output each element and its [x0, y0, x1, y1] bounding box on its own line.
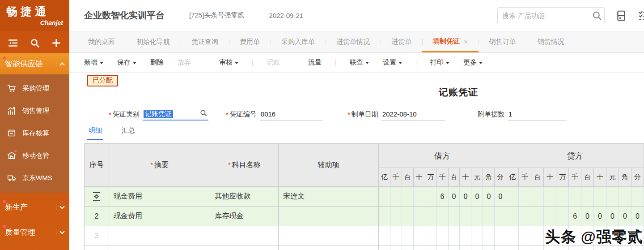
debit-digit-cell[interactable]: [448, 226, 460, 246]
summary-cell[interactable]: 现金费用: [109, 207, 210, 226]
credit-digit-cell[interactable]: [556, 207, 569, 226]
toolbar-button-8[interactable]: 联查: [350, 58, 369, 67]
table-row-1[interactable]: 现金费用其他应收款宋连文600000: [85, 187, 644, 207]
sidebar-search-icon[interactable]: [30, 38, 40, 48]
table-row-2[interactable]: 2现金费用库存现金600000: [85, 207, 644, 226]
credit-digit-cell[interactable]: [531, 246, 544, 250]
credit-digit-cell[interactable]: [631, 187, 644, 207]
debit-digit-cell[interactable]: [402, 187, 413, 207]
debit-digit-cell[interactable]: [460, 226, 471, 246]
chevron-down-icon[interactable]: [59, 229, 64, 234]
debit-digit-cell[interactable]: [425, 226, 436, 246]
credit-digit-cell[interactable]: 0: [594, 207, 606, 226]
debit-digit-cell[interactable]: [402, 226, 413, 246]
debit-digit-cell[interactable]: [390, 246, 402, 250]
sidebar-item-2[interactable]: 销售管理: [0, 99, 69, 122]
tab-5[interactable]: 采购入库单: [271, 31, 326, 52]
debit-digit-cell[interactable]: [495, 246, 506, 250]
toolbar-button-5[interactable]: 审核: [219, 58, 238, 67]
debit-digit-cell[interactable]: [402, 246, 413, 250]
credit-digit-cell[interactable]: [531, 187, 544, 207]
form-field-input[interactable]: 记账凭证: [143, 108, 208, 121]
tab-10[interactable]: 销货情况: [527, 31, 575, 52]
toolbar-button-3[interactable]: 删除: [150, 58, 164, 67]
form-field-input[interactable]: 0016: [260, 108, 322, 121]
search-icon[interactable]: [591, 10, 603, 22]
credit-digit-cell[interactable]: 0: [631, 207, 644, 226]
credit-digit-cell[interactable]: 0: [606, 207, 619, 226]
sidebar-item-5[interactable]: 京东WMS: [0, 167, 69, 189]
aux-cell[interactable]: 宋连文: [279, 187, 378, 207]
sidebar-group-1[interactable]: 智能供应链: [0, 53, 69, 74]
credit-digit-cell[interactable]: [531, 226, 544, 246]
credit-digit-cell[interactable]: [544, 187, 556, 207]
debit-digit-cell[interactable]: [483, 226, 495, 246]
tab-close-icon[interactable]: ×: [464, 38, 468, 45]
tab-8[interactable]: 填制凭证×: [422, 31, 479, 52]
collapse-menu-icon[interactable]: [8, 38, 18, 48]
tab-4[interactable]: 费用单: [229, 31, 271, 52]
debit-digit-cell[interactable]: [436, 246, 448, 250]
summary-cell[interactable]: 现金费用: [109, 187, 210, 207]
detail-tab-2[interactable]: 汇总: [120, 126, 136, 140]
summary-cell[interactable]: [109, 226, 210, 246]
sidebar-item-3[interactable]: 库存核算: [0, 122, 69, 144]
debit-digit-cell[interactable]: [495, 226, 506, 246]
debit-digit-cell[interactable]: [390, 207, 402, 226]
credit-digit-cell[interactable]: [506, 187, 519, 207]
credit-digit-cell[interactable]: [594, 187, 606, 207]
debit-digit-cell[interactable]: [471, 207, 483, 226]
detail-tab-1[interactable]: 明细: [87, 126, 103, 140]
debit-digit-cell[interactable]: [390, 187, 402, 207]
credit-digit-cell[interactable]: [506, 246, 519, 250]
form-field-input[interactable]: 1: [508, 108, 567, 121]
debit-digit-cell[interactable]: [436, 207, 448, 226]
aux-cell[interactable]: [279, 246, 378, 250]
calculator-icon[interactable]: [615, 10, 627, 22]
credit-digit-cell[interactable]: [506, 207, 519, 226]
debit-digit-cell[interactable]: [378, 226, 390, 246]
credit-digit-cell[interactable]: [556, 187, 569, 207]
chevron-up-icon[interactable]: [59, 62, 64, 67]
debit-digit-cell[interactable]: [413, 207, 425, 226]
tab-6[interactable]: 进货单情况: [326, 31, 381, 52]
debit-digit-cell[interactable]: 0: [448, 187, 460, 207]
product-search[interactable]: [497, 7, 605, 24]
credit-digit-cell[interactable]: [506, 226, 519, 246]
debit-digit-cell[interactable]: 6: [436, 187, 448, 207]
credit-digit-cell[interactable]: [519, 187, 531, 207]
debit-digit-cell[interactable]: [425, 246, 436, 250]
debit-digit-cell[interactable]: [425, 207, 436, 226]
sidebar-item-1[interactable]: 采购管理: [0, 77, 69, 99]
credit-digit-cell[interactable]: 6: [569, 207, 581, 226]
debit-digit-cell[interactable]: [483, 207, 495, 226]
credit-digit-cell[interactable]: [619, 187, 631, 207]
debit-digit-cell[interactable]: [460, 246, 471, 250]
tab-3[interactable]: 凭证查询: [181, 31, 229, 52]
credit-digit-cell[interactable]: [569, 187, 581, 207]
chevron-down-icon[interactable]: [59, 204, 64, 209]
debit-digit-cell[interactable]: [402, 207, 413, 226]
debit-digit-cell[interactable]: [495, 207, 506, 226]
credit-digit-cell[interactable]: [581, 187, 594, 207]
debit-digit-cell[interactable]: [378, 246, 390, 250]
row-settings-icon[interactable]: [93, 192, 100, 201]
toolbar-button-7[interactable]: 流量: [308, 58, 322, 67]
account-cell[interactable]: [210, 246, 279, 250]
debit-digit-cell[interactable]: [390, 226, 402, 246]
debit-digit-cell[interactable]: [413, 246, 425, 250]
credit-digit-cell[interactable]: [544, 207, 556, 226]
debit-digit-cell[interactable]: [425, 187, 436, 207]
add-icon[interactable]: [51, 38, 62, 48]
credit-digit-cell[interactable]: [519, 226, 531, 246]
debit-digit-cell[interactable]: [378, 187, 390, 207]
lookup-icon[interactable]: [199, 109, 208, 119]
form-field-input[interactable]: 2022-08-10: [381, 108, 445, 121]
debit-digit-cell[interactable]: 0: [460, 187, 471, 207]
debit-digit-cell[interactable]: [448, 246, 460, 250]
toolbar-button-11[interactable]: 更多: [463, 58, 483, 67]
account-cell[interactable]: 库存现金: [210, 207, 279, 226]
debit-digit-cell[interactable]: [448, 207, 460, 226]
summary-cell[interactable]: [109, 246, 210, 250]
debit-digit-cell[interactable]: 0: [495, 187, 506, 207]
